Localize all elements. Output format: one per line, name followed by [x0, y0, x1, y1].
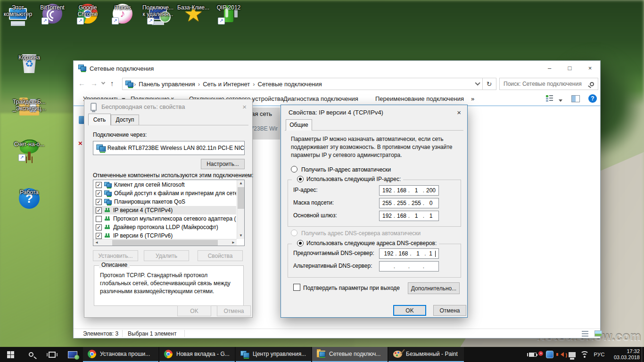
dialog-titlebar[interactable]: Беспроводная сеть: свойства ×: [84, 99, 252, 114]
thumbnails-view-icon[interactable]: [594, 330, 602, 337]
vertical-scrollbar[interactable]: ▲ ▼: [237, 180, 244, 239]
desktop-icon-bittorrent[interactable]: BitTorrent: [35, 3, 70, 25]
component-row[interactable]: ✓ Протокол мультиплексора сетевого адапт…: [94, 214, 236, 223]
search-box[interactable]: Поиск: Сетевые подключения: [499, 78, 598, 90]
wifi-icon[interactable]: [580, 352, 589, 358]
pinned-remote-desktop[interactable]: [62, 347, 83, 362]
task-network-center[interactable]: Центр управления...: [236, 347, 311, 362]
checkbox-checked-icon[interactable]: ✓: [96, 182, 102, 188]
component-row[interactable]: ✓ Клиент для сетей Microsoft: [94, 181, 236, 189]
tab-general[interactable]: Общие: [286, 119, 312, 131]
task-network-connections[interactable]: Сетевые подключ...: [312, 347, 388, 362]
up-icon[interactable]: ↑: [110, 79, 114, 87]
desktop-icon-qip[interactable]: QIP 2012: [211, 3, 246, 25]
desktop-icon-remote-desktop[interactable]: Подключе... к удаленн...: [140, 3, 175, 25]
desktop-icon-this-pc[interactable]: Этот компьютер: [0, 3, 35, 25]
scroll-up-icon[interactable]: ▲: [237, 180, 245, 187]
properties-button[interactable]: Свойства: [198, 250, 243, 261]
breadcrumb-network-connections[interactable]: Сетевые подключения: [256, 81, 324, 88]
clock[interactable]: 17:32 03.03.2018: [610, 348, 640, 361]
component-row-selected[interactable]: ✓ IP версии 4 (TCP/IPv4): [94, 206, 236, 214]
components-list[interactable]: ✓ Клиент для сетей Microsoft ✓ Общий дос…: [93, 180, 245, 246]
battery-icon[interactable]: [529, 353, 537, 357]
subnet-mask-field[interactable]: 255.255.255.0: [379, 198, 439, 208]
toolbar-overflow-icon[interactable]: »: [471, 95, 474, 102]
task-view-button[interactable]: [41, 347, 62, 362]
tray-app-icon[interactable]: [546, 351, 553, 358]
desktop-icon-itunes[interactable]: ♪ iTunes: [105, 3, 140, 25]
scrollbar-thumb[interactable]: [238, 187, 244, 209]
address-dropdown-chevron-icon[interactable]: [475, 80, 480, 85]
search-icon[interactable]: [590, 82, 594, 86]
refresh-button[interactable]: ↻: [482, 78, 496, 90]
taskbar-search-button[interactable]: [21, 347, 41, 362]
checkbox-checked-icon[interactable]: ✓: [96, 224, 102, 230]
ip-address-field[interactable]: 192.168.1.200: [379, 185, 439, 196]
ok-button[interactable]: OK: [393, 305, 426, 316]
component-row[interactable]: ✓ Драйвер протокола LLDP (Майкрософт): [94, 223, 236, 231]
back-icon[interactable]: ←: [78, 79, 85, 87]
show-desktop-button[interactable]: [642, 347, 644, 362]
details-view-icon[interactable]: [582, 331, 588, 337]
toolbar-rename[interactable]: Переименование подключения: [375, 95, 464, 102]
tab-sharing[interactable]: Доступ: [111, 115, 139, 125]
desktop-icon-folder[interactable]: ТрайдексБ... _Экспедиц...: [12, 97, 47, 119]
checkbox-checked-icon[interactable]: ✓: [96, 207, 102, 214]
maximize-button[interactable]: □: [560, 61, 580, 75]
window-titlebar[interactable]: Сетевые подключения – □ ×: [74, 61, 600, 76]
checkbox-checked-icon[interactable]: ✓: [96, 199, 102, 205]
preferred-dns-field[interactable]: 192.168.1.1: [379, 248, 439, 259]
scroll-down-icon[interactable]: ▼: [237, 232, 245, 239]
breadcrumb-network-internet[interactable]: Сеть и Интернет: [201, 81, 252, 88]
forward-icon[interactable]: →: [91, 79, 98, 87]
cancel-button[interactable]: Отмена: [433, 305, 466, 316]
minimize-button[interactable]: –: [539, 61, 560, 75]
display-icon[interactable]: [569, 352, 576, 357]
horizontal-scrollbar[interactable]: ◄ ►: [93, 239, 237, 246]
cancel-button[interactable]: Отмена: [217, 305, 251, 316]
configure-button[interactable]: Настроить...: [201, 159, 245, 169]
validate-checkbox[interactable]: [293, 284, 300, 291]
checkbox-checked-icon[interactable]: ✓: [96, 190, 102, 197]
preview-pane-icon[interactable]: [571, 95, 580, 102]
task-paint[interactable]: Безымянный - Paint: [388, 347, 464, 362]
scrollbar-thumb[interactable]: [112, 240, 218, 246]
task-chrome-1[interactable]: Установка проши...: [83, 347, 158, 362]
radio-manual-ip[interactable]: [297, 176, 304, 182]
gateway-field[interactable]: 192.168.1.1: [379, 211, 439, 221]
desktop-icon-rabota[interactable]: ? Работа: [12, 188, 47, 209]
close-icon[interactable]: ×: [242, 103, 247, 111]
language-indicator[interactable]: РУС: [594, 352, 605, 357]
uninstall-button[interactable]: Удалить: [144, 250, 189, 261]
radio-manual-ip-row[interactable]: Использовать следующий IP-адрес:: [292, 176, 403, 182]
alternate-dns-field[interactable]: ...: [379, 261, 439, 272]
toolbar-diagnose[interactable]: Диагностика подключения: [283, 95, 358, 102]
radio-auto-ip-label[interactable]: Получить IP-адрес автоматически: [301, 166, 391, 173]
view-tiles-icon[interactable]: [546, 95, 553, 102]
desktop-icon-recycle-bin[interactable]: ♻ Корзина: [12, 53, 47, 74]
desktop-icon-chrome[interactable]: Google Chrome: [70, 3, 105, 25]
start-button[interactable]: [0, 347, 21, 362]
ok-button[interactable]: OK: [177, 305, 211, 316]
radio-manual-dns[interactable]: [297, 240, 304, 247]
close-button[interactable]: ×: [580, 61, 600, 75]
task-chrome-2[interactable]: Новая вкладка - G...: [159, 347, 235, 362]
install-button[interactable]: Установить...: [93, 250, 138, 261]
scroll-right-icon[interactable]: ►: [230, 239, 237, 246]
help-icon[interactable]: ?: [588, 94, 597, 103]
dialog-titlebar[interactable]: Свойства: IP версии 4 (TCP/IPv4) ×: [281, 105, 467, 119]
radio-auto-dns[interactable]: [291, 230, 297, 236]
recent-pages-chevron-icon[interactable]: [101, 81, 105, 84]
view-dropdown-caret-icon[interactable]: [559, 99, 562, 102]
volume-icon[interactable]: [558, 352, 564, 357]
radio-manual-dns-row[interactable]: Использовать следующие адреса DNS-сервер…: [292, 240, 439, 247]
checkbox-checked-icon[interactable]: ✓: [96, 233, 102, 239]
component-row[interactable]: ✓ Планировщик пакетов QoS: [94, 197, 236, 206]
desktop-icon-schet[interactable]: Счет-на-о...: [12, 140, 47, 161]
address-bar[interactable]: › Панель управления › Сеть и Интернет › …: [122, 78, 483, 90]
breadcrumb-control-panel[interactable]: Панель управления: [137, 81, 197, 88]
close-icon[interactable]: ×: [457, 108, 461, 116]
checkbox-unchecked-icon[interactable]: ✓: [96, 216, 102, 222]
component-row[interactable]: ✓ Общий доступ к файлам и принтерам для …: [94, 189, 236, 197]
tab-network[interactable]: Сеть: [88, 114, 111, 125]
